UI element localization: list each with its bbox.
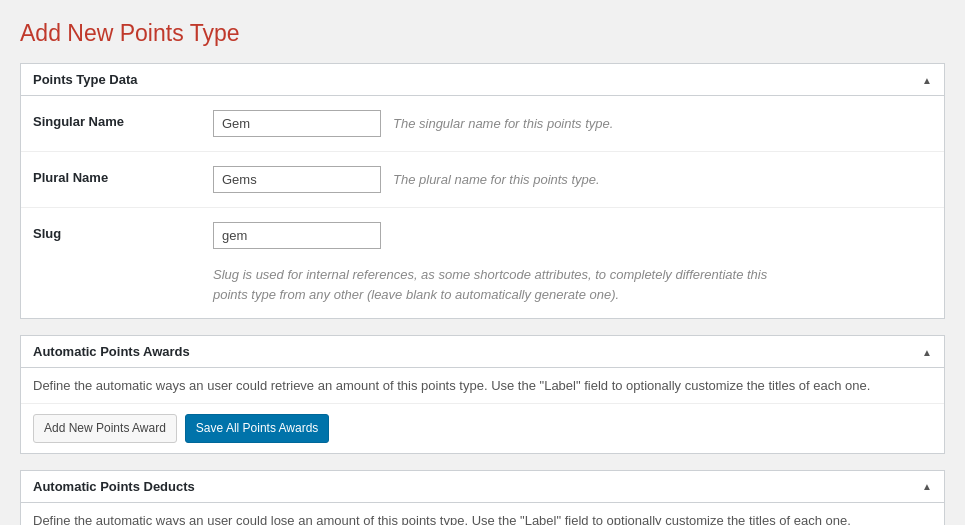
slug-label: Slug	[33, 222, 213, 241]
points-type-data-body: Singular Name The singular name for this…	[21, 96, 944, 318]
plural-name-description: The plural name for this points type.	[393, 166, 600, 190]
automatic-points-awards-title: Automatic Points Awards	[33, 344, 190, 359]
automatic-points-deducts-toggle-icon	[922, 480, 932, 492]
points-type-data-section: Points Type Data Singular Name The singu…	[20, 63, 945, 319]
singular-name-description: The singular name for this points type.	[393, 110, 613, 134]
singular-name-row: Singular Name The singular name for this…	[21, 96, 944, 152]
automatic-points-deducts-header[interactable]: Automatic Points Deducts	[21, 471, 944, 503]
page-title-prefix: Add	[20, 20, 61, 46]
singular-name-field: The singular name for this points type.	[213, 110, 932, 137]
automatic-points-deducts-section: Automatic Points Deducts Define the auto…	[20, 470, 945, 525]
plural-name-label: Plural Name	[33, 166, 213, 185]
singular-name-label: Singular Name	[33, 110, 213, 129]
plural-name-field: The plural name for this points type.	[213, 166, 932, 193]
slug-row: Slug Slug is used for internal reference…	[21, 208, 944, 318]
add-new-points-award-button[interactable]: Add New Points Award	[33, 414, 177, 443]
automatic-points-awards-description: Define the automatic ways an user could …	[21, 368, 944, 404]
automatic-points-deducts-title: Automatic Points Deducts	[33, 479, 195, 494]
automatic-points-deducts-body: Define the automatic ways an user could …	[21, 503, 944, 525]
automatic-points-deducts-description: Define the automatic ways an user could …	[21, 503, 944, 525]
singular-name-input[interactable]	[213, 110, 381, 137]
points-type-data-header[interactable]: Points Type Data	[21, 64, 944, 96]
page-title-main: New Points Type	[61, 20, 240, 46]
slug-description: Slug is used for internal references, as…	[213, 261, 793, 304]
slug-field: Slug is used for internal references, as…	[213, 222, 932, 304]
plural-name-input[interactable]	[213, 166, 381, 193]
automatic-points-awards-actions: Add New Points Award Save All Points Awa…	[21, 404, 944, 453]
automatic-points-awards-header[interactable]: Automatic Points Awards	[21, 336, 944, 368]
automatic-points-awards-body: Define the automatic ways an user could …	[21, 368, 944, 453]
slug-input[interactable]	[213, 222, 381, 249]
page-title: Add New Points Type	[20, 20, 945, 47]
automatic-points-awards-toggle-icon	[922, 346, 932, 358]
points-type-data-toggle-icon	[922, 74, 932, 86]
save-all-points-awards-button[interactable]: Save All Points Awards	[185, 414, 330, 443]
automatic-points-awards-section: Automatic Points Awards Define the autom…	[20, 335, 945, 454]
points-type-data-title: Points Type Data	[33, 72, 138, 87]
plural-name-row: Plural Name The plural name for this poi…	[21, 152, 944, 208]
